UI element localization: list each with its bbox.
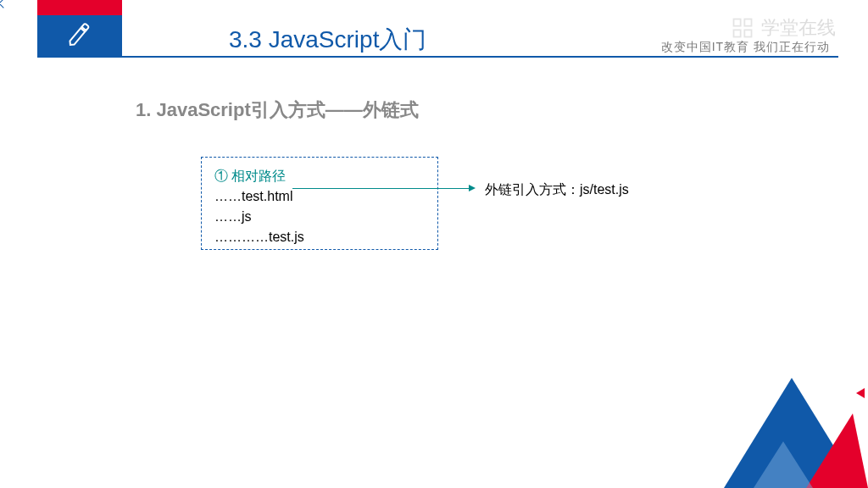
- pencil-icon: [64, 19, 94, 53]
- external-link-text: 外链引入方式：js/test.js: [485, 181, 629, 199]
- relative-path-box: ① 相对路径 ……test.html ……js …………test.js: [201, 157, 438, 250]
- svg-rect-0: [734, 19, 741, 26]
- page-title: 3.3 JavaScript入门: [229, 24, 426, 56]
- svg-rect-1: [744, 19, 751, 26]
- section-subtitle: 1. JavaScript引入方式——外链式: [136, 97, 419, 123]
- arrow-head-icon: [469, 185, 476, 191]
- decorative-triangles: [707, 361, 868, 488]
- triangle-red: [806, 413, 868, 488]
- watermark: 学堂在线: [731, 15, 836, 41]
- tagline: 改变中国IT教育 我们正在行动: [661, 40, 830, 55]
- box-line-4: …………test.js: [214, 227, 425, 247]
- svg-rect-3: [744, 30, 751, 36]
- box-line-3: ……js: [214, 207, 425, 227]
- arrow-line: [292, 188, 470, 189]
- title-underline: [37, 56, 838, 58]
- side-arrow-blue-icon: [0, 0, 8, 8]
- watermark-icon: [731, 16, 754, 40]
- side-arrow-red-icon: [856, 388, 865, 398]
- box-line-2: ……test.html: [214, 186, 425, 207]
- svg-rect-2: [734, 30, 741, 36]
- watermark-text: 学堂在线: [761, 15, 836, 41]
- top-red-bar: [37, 0, 122, 15]
- box-line-1: ① 相对路径: [214, 166, 425, 186]
- triangle-blue-light: [754, 441, 813, 488]
- pencil-badge: [37, 15, 122, 56]
